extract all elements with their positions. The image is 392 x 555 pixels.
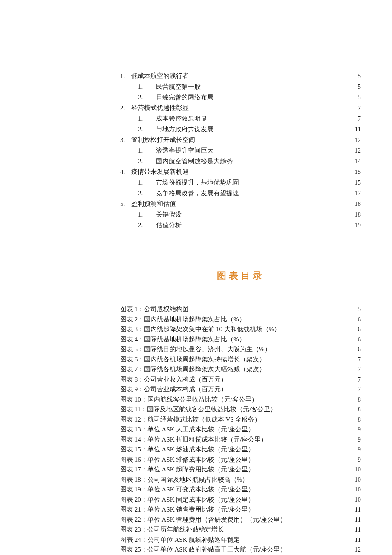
page-number: 1 [0,536,392,543]
toc-label: 1. 成本管控效果明显 [138,113,348,124]
toc-number: 2. [120,103,130,113]
toc-entry[interactable]: 1. 关键假设18 [138,209,361,220]
toc-entry[interactable]: 2. 竞争格局改善，发展有望提速17 [138,188,361,198]
toc-number: 5. [120,199,130,209]
figure-entry[interactable]: 图表 12：航司经营模式比较（低成本 VS 全服务）8 [120,415,361,425]
figure-page: 6 [348,315,361,325]
figure-page: 9 [348,435,361,445]
toc-title: 渗透率提升空间巨大 [156,147,213,154]
toc-entry[interactable]: 2. 日臻完善的网络布局5 [138,92,361,102]
toc-title: 日臻完善的网络布局 [156,94,213,101]
figure-label: 图表 22：单位 ASK 管理费用（含研发费用）（元/座公里） [120,515,348,525]
figure-page: 8 [348,395,361,405]
toc-entry[interactable]: 2. 与地方政府共谋发展11 [138,124,361,134]
toc-title: 低成本航空的践行者 [131,72,189,79]
toc-label: 2. 与地方政府共谋发展 [138,124,348,134]
figure-entry[interactable]: 图表 16：单位 ASK 维修成本比较（元/座公里）9 [120,455,361,465]
figure-entry[interactable]: 图表 13：单位 ASK 人工成本比较（元/座公里）9 [120,425,361,435]
figures-list: 图表 1：公司股权结构图5图表 2：国内线基地机场起降架次占比（%）6图表 3：… [120,304,361,555]
toc-entry[interactable]: 1. 市场份额提升，基地优势巩固15 [138,177,361,188]
toc-page: 18 [348,209,361,220]
figure-page: 6 [348,344,361,355]
figure-entry[interactable]: 图表 15：单位 ASK 燃油成本比较（元/座公里）9 [120,445,361,455]
toc-label: 3. 管制放松打开成长空间 [120,135,348,145]
toc-entry[interactable]: 2. 经营模式优越性彰显7 [120,103,361,113]
toc-entry[interactable]: 2. 国内航空管制放松是大趋势14 [138,156,361,166]
figure-label: 图表 9：公司营业成本构成（百万元） [120,384,348,395]
figure-page: 6 [348,335,361,345]
figure-page: 11 [348,505,361,515]
figure-label: 图表 17：单位 ASK 起降费用比较（元/座公里） [120,465,348,475]
figure-entry[interactable]: 图表 23：公司历年航线补贴稳定增长11 [120,525,361,535]
page-content: 1. 低成本航空的践行者51. 民营航空第一股52. 日臻完善的网络布局52. … [120,71,361,555]
toc-entry[interactable]: 2. 估值分析19 [138,220,361,230]
toc-title: 疫情带来发展新机遇 [131,168,189,175]
figure-entry[interactable]: 图表 9：公司营业成本构成（百万元）7 [120,384,361,395]
toc-title: 估值分析 [156,222,182,228]
figure-entry[interactable]: 图表 1：公司股权结构图5 [120,304,361,315]
toc-number: 1. [138,145,154,156]
figure-entry[interactable]: 图表 7：国际线各机场周起降架次大幅缩减（架次）7 [120,364,361,375]
toc-entry[interactable]: 1. 渗透率提升空间巨大12 [138,145,361,156]
figure-entry[interactable]: 图表 14：单位 ASK 折旧租赁成本比较（元/座公里）9 [120,435,361,445]
figure-label: 图表 18：公司国际及地区航段占比较高（%） [120,475,348,485]
figure-label: 图表 4：国际线基地机场起降架次占比（%） [120,335,348,345]
toc-page: 14 [348,156,361,166]
figure-page: 9 [348,425,361,435]
figure-entry[interactable]: 图表 19：单位 ASK 可变成本比较（元/座公里）10 [120,485,361,495]
figure-page: 10 [348,485,361,495]
figure-label: 图表 21：单位 ASK 销售费用比较（元/座公里） [120,505,348,515]
figure-entry[interactable]: 图表 25：公司单位 ASK 政府补贴高于三大航（元/座公里）12 [120,545,361,555]
figure-entry[interactable]: 图表 21：单位 ASK 销售费用比较（元/座公里）11 [120,505,361,515]
figure-label: 图表 15：单位 ASK 燃油成本比较（元/座公里） [120,445,348,455]
toc-page: 15 [348,167,361,177]
figure-entry[interactable]: 图表 4：国际线基地机场起降架次占比（%）6 [120,335,361,345]
toc-entry[interactable]: 1. 成本管控效果明显7 [138,113,361,124]
toc-title: 竞争格局改善，发展有望提速 [156,190,239,197]
toc-entry[interactable]: 1. 低成本航空的践行者5 [120,71,361,81]
figure-entry[interactable]: 图表 18：公司国际及地区航段占比较高（%）10 [120,475,361,485]
figure-entry[interactable]: 图表 5：国际线目的地以曼谷、济州、大阪为主（%）6 [120,344,361,355]
toc-page: 17 [348,188,361,198]
figure-entry[interactable]: 图表 10：国内航线客公里收益比较（元/客公里）8 [120,395,361,405]
toc-label: 2. 经营模式优越性彰显 [120,103,348,113]
table-of-contents: 1. 低成本航空的践行者51. 民营航空第一股52. 日臻完善的网络布局52. … [120,71,361,230]
figure-page: 7 [348,384,361,395]
figure-page: 7 [348,355,361,365]
toc-title: 与地方政府共谋发展 [156,126,213,133]
toc-page: 12 [348,135,361,145]
figure-entry[interactable]: 图表 8：公司营业收入构成（百万元）7 [120,375,361,385]
toc-number: 1. [138,113,154,124]
figure-page: 7 [348,375,361,385]
figure-label: 图表 13：单位 ASK 人工成本比较（元/座公里） [120,425,348,435]
toc-number: 2. [138,156,154,166]
figure-entry[interactable]: 图表 17：单位 ASK 起降费用比较（元/座公里）10 [120,465,361,475]
figure-page: 7 [348,364,361,375]
toc-title: 成本管控效果明显 [156,115,207,122]
toc-title: 经营模式优越性彰显 [131,104,189,111]
figure-entry[interactable]: 图表 11：国际及地区航线客公里收益比较（元/客公里）8 [120,405,361,415]
toc-entry[interactable]: 5. 盈利预测和估值18 [120,199,361,209]
toc-page: 15 [348,177,361,188]
toc-entry[interactable]: 1. 民营航空第一股5 [138,81,361,92]
figure-entry[interactable]: 图表 2：国内线基地机场起降架次占比（%）6 [120,315,361,325]
toc-label: 2. 国内航空管制放松是大趋势 [138,156,348,166]
toc-page: 5 [348,92,361,102]
figure-label: 图表 7：国际线各机场周起降架次大幅缩减（架次） [120,364,348,375]
figure-entry[interactable]: 图表 22：单位 ASK 管理费用（含研发费用）（元/座公里）11 [120,515,361,525]
toc-label: 1. 民营航空第一股 [138,81,348,92]
toc-page: 7 [348,113,361,124]
figure-entry[interactable]: 图表 20：单位 ASK 固定成本比较（元/座公里）10 [120,495,361,505]
figure-page: 9 [348,455,361,465]
toc-entry[interactable]: 3. 管制放松打开成长空间12 [120,135,361,145]
figure-label: 图表 23：公司历年航线补贴稳定增长 [120,525,348,535]
figure-page: 11 [348,525,361,535]
figure-entry[interactable]: 图表 6：国内线各机场周起降架次持续增长（架次）7 [120,355,361,365]
figure-label: 图表 6：国内线各机场周起降架次持续增长（架次） [120,355,348,365]
figure-label: 图表 19：单位 ASK 可变成本比较（元/座公里） [120,485,348,495]
figure-entry[interactable]: 图表 3：国内线起降架次集中在前 10 大和低线机场（%）6 [120,324,361,335]
figure-label: 图表 14：单位 ASK 折旧租赁成本比较（元/座公里） [120,435,348,445]
toc-label: 2. 估值分析 [138,220,348,230]
figure-page: 9 [348,445,361,455]
toc-entry[interactable]: 4. 疫情带来发展新机遇15 [120,167,361,177]
